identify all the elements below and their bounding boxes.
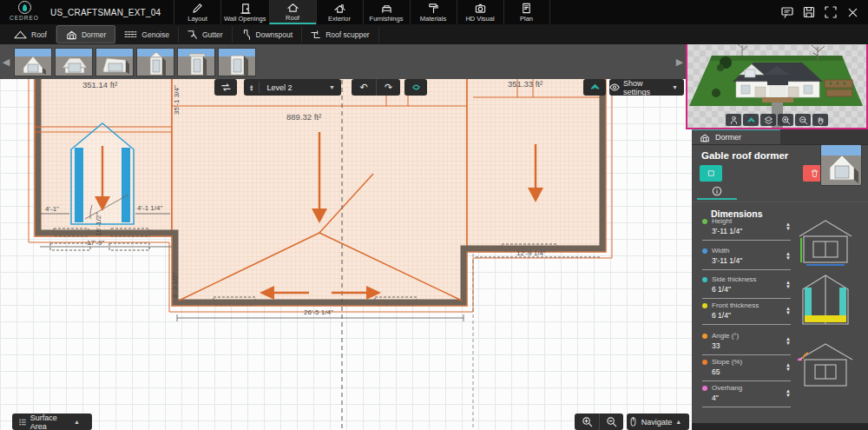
side-thickness-stepper[interactable]: ▲▼ (786, 281, 791, 289)
height-stepper[interactable]: ▲▼ (786, 222, 791, 231)
front-thickness-field[interactable]: Front thickness 6 1/4" ▲▼ (702, 301, 791, 325)
thickness-diagram (794, 272, 857, 327)
save-button[interactable] (802, 5, 816, 19)
slope-dot (702, 360, 707, 365)
comment-icon (781, 6, 793, 18)
zoom-out-button[interactable] (599, 413, 623, 430)
show-settings-button[interactable]: Show settings ▼ (609, 79, 684, 96)
level-stepper[interactable]: ▲▼ (244, 82, 260, 93)
chevron-up-icon: ▲ (675, 419, 687, 425)
tool-dormer[interactable]: Dormer (56, 25, 115, 43)
chevron-down-icon: ▼ (329, 84, 341, 90)
dim-middle-bottom: 26'-5 1/4" (304, 308, 333, 316)
tool-downspout[interactable]: Downspout (233, 26, 303, 43)
cedreo-logo-text: CEDREO (10, 15, 39, 21)
front-thickness-stepper[interactable]: ▲▼ (786, 307, 791, 315)
zoom-in-button[interactable] (575, 413, 599, 430)
tab-furnishings[interactable]: Furnishings (363, 0, 410, 24)
slope-field[interactable]: Slope (%) 65 ▲▼ (702, 358, 791, 381)
dormer-thumbnail-gable[interactable] (14, 48, 52, 76)
exterior-icon (334, 3, 345, 14)
gable-dormer-image (15, 49, 53, 77)
chevron-up-icon: ▲ (70, 419, 86, 425)
eye-icon (609, 82, 620, 93)
tab-roof[interactable]: Roof (269, 0, 316, 24)
swap-level-button[interactable] (214, 79, 237, 96)
fullscreen-button[interactable] (824, 5, 838, 19)
door-icon (240, 3, 251, 14)
duplicate-button[interactable] (700, 165, 722, 182)
level-selector-value: Level 2 (260, 83, 329, 92)
angle-field[interactable]: Angle (°) 33 ▲▼ (702, 332, 791, 355)
dim-left-a: 4'-1" (45, 205, 59, 213)
tool-roof-scupper[interactable]: Roof scupper (302, 26, 379, 43)
gallery-scroll-right[interactable]: ▶ (674, 44, 686, 79)
gallery-scroll-left[interactable]: ◀ (0, 44, 12, 79)
dormer-thumbnail-gable-wall[interactable] (136, 48, 174, 76)
slope-stepper[interactable]: ▲▼ (786, 363, 791, 372)
comment-button[interactable] (780, 5, 794, 19)
tab-layout[interactable]: Layout (174, 0, 220, 24)
tool-genoise[interactable]: Genoise (115, 26, 179, 43)
sync-3d-button[interactable] (404, 79, 427, 96)
mouse-icon (628, 416, 638, 427)
redo-button[interactable]: ↷ (376, 79, 400, 96)
height-dot (702, 219, 707, 224)
tool-gutter[interactable]: Gutter (179, 26, 233, 43)
tab-materials[interactable]: Materials (410, 0, 457, 24)
duplicate-icon (707, 169, 716, 178)
shed-dormer-image (96, 49, 135, 77)
tab-info[interactable] (697, 184, 737, 200)
gable-wall-dormer-image (137, 49, 175, 77)
dormer-thumbnail-flat-wall-2[interactable] (218, 48, 256, 76)
view-mode-button[interactable] (743, 114, 759, 126)
dormer-thumbnail-shed[interactable] (95, 48, 134, 76)
navigate-button[interactable]: Navigate ▲ (627, 413, 689, 430)
height-width-diagram (794, 215, 857, 268)
tab-plan[interactable]: Plan (503, 0, 550, 24)
zoom-out-icon (606, 416, 617, 427)
close-icon (847, 7, 858, 18)
dormer-thumbnail-flat-wall[interactable] (177, 48, 215, 76)
panel-tab-row: Dormer (692, 129, 868, 145)
undo-button[interactable]: ↶ (352, 79, 376, 96)
topbar-right-icons (780, 0, 859, 24)
gutter-tool-icon (187, 30, 198, 40)
area-label-middle: 889.32 ft² (286, 112, 321, 122)
tab-dormer-panel[interactable]: Dormer (692, 129, 780, 144)
close-button[interactable] (845, 5, 859, 19)
roof-scupper-tool-icon (311, 30, 321, 40)
angle-dot (702, 334, 707, 339)
width-field[interactable]: Width 3'-11 1/4" ▲▼ (702, 247, 791, 270)
height-field[interactable]: Height 3'-11 1/4" ▲▼ (702, 217, 791, 241)
overhang-stepper[interactable]: ▲▼ (786, 389, 791, 398)
levels-icon (764, 116, 773, 125)
pan-button[interactable] (812, 114, 828, 126)
tab-exterior[interactable]: Exterior (316, 0, 363, 24)
overhang-dot (702, 386, 707, 391)
roof-view-button[interactable] (583, 79, 606, 96)
side-thickness-field[interactable]: Side thickness 6 1/4" ▲▼ (702, 275, 791, 299)
angle-stepper[interactable]: ▲▼ (786, 337, 791, 346)
preview-zoom-out-button[interactable] (795, 114, 811, 126)
flat-wall-dormer-2-image (219, 49, 257, 77)
genoise-tool-icon (124, 30, 137, 39)
width-stepper[interactable]: ▲▼ (786, 252, 791, 261)
person-view-button[interactable] (726, 114, 741, 126)
dormer-gallery: ◀ ▶ (0, 44, 686, 79)
levels-button[interactable] (760, 114, 776, 126)
zoom-in-icon (582, 416, 593, 427)
dormer-thumbnail-hipped[interactable] (55, 48, 93, 76)
tab-hd-visual[interactable]: HD Visual (457, 0, 503, 24)
zoom-in-icon (781, 116, 791, 125)
level-selector[interactable]: ▲▼ Level 2 ▼ (244, 79, 341, 96)
preview-zoom-in-button[interactable] (778, 114, 793, 126)
dormer-tool-icon (66, 30, 77, 40)
surface-area-button[interactable]: Surface Area ▲ (12, 413, 92, 430)
tab-wall-openings[interactable]: Wall Openings (220, 0, 269, 24)
panel-divider (692, 202, 868, 202)
pan-hand-icon (816, 116, 825, 125)
camera-icon (475, 3, 486, 14)
overhang-field[interactable]: Overhang 4" ▲▼ (702, 384, 791, 407)
tool-roof[interactable]: Roof (5, 26, 56, 43)
